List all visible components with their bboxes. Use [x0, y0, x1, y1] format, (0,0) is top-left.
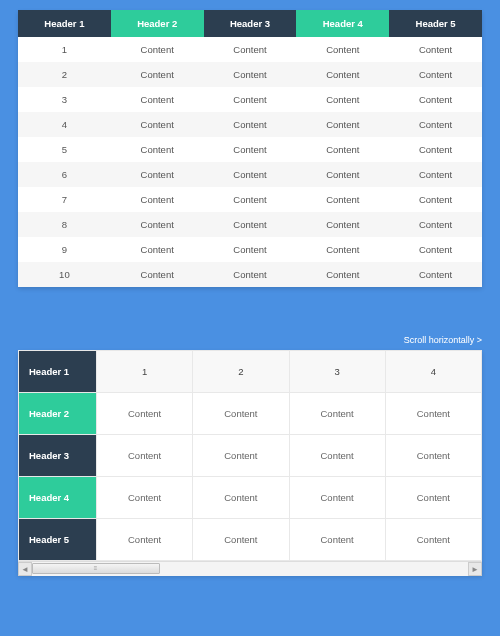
data-cell: Content	[111, 112, 204, 137]
data-cell: Content	[97, 435, 193, 477]
data-cell: Content	[389, 162, 482, 187]
data-cell: Content	[296, 162, 389, 187]
data-cell: Content	[111, 162, 204, 187]
data-cell: Content	[111, 137, 204, 162]
scroll-hint-label: Scroll horizontally >	[18, 335, 482, 345]
data-cell: Content	[389, 137, 482, 162]
column-number-cell: 4	[385, 351, 481, 393]
data-cell: Content	[193, 435, 289, 477]
vertical-table: Header 1Header 2Header 3Header 4Header 5…	[18, 10, 482, 287]
table-row: 3ContentContentContentContent	[18, 87, 482, 112]
data-cell: Content	[296, 237, 389, 262]
horizontal-table-card: Header 11234Header 2ContentContentConten…	[18, 350, 482, 575]
scroll-right-arrow[interactable]: ►	[468, 562, 482, 576]
data-cell: Content	[111, 87, 204, 112]
data-cell: Content	[296, 87, 389, 112]
table-row: 7ContentContentContentContent	[18, 187, 482, 212]
data-cell: Content	[111, 37, 204, 62]
data-cell: Content	[296, 262, 389, 287]
column-number-cell: 1	[97, 351, 193, 393]
table-row: 2ContentContentContentContent	[18, 62, 482, 87]
column-header: Header 3	[204, 10, 297, 37]
row-number-cell: 1	[18, 37, 111, 62]
table-row: Header 2ContentContentContentContent	[19, 393, 482, 435]
column-header: Header 1	[18, 10, 111, 37]
column-header: Header 4	[296, 10, 389, 37]
data-cell: Content	[204, 237, 297, 262]
data-cell: Content	[389, 112, 482, 137]
row-header: Header 1	[19, 351, 97, 393]
data-cell: Content	[296, 112, 389, 137]
horizontal-table: Header 11234Header 2ContentContentConten…	[18, 350, 482, 561]
data-cell: Content	[204, 112, 297, 137]
data-cell: Content	[296, 62, 389, 87]
table-row: 6ContentContentContentContent	[18, 162, 482, 187]
row-header: Header 5	[19, 519, 97, 561]
data-cell: Content	[193, 519, 289, 561]
table-row: Header 11234	[19, 351, 482, 393]
data-cell: Content	[111, 237, 204, 262]
row-number-cell: 5	[18, 137, 111, 162]
data-cell: Content	[389, 237, 482, 262]
row-number-cell: 3	[18, 87, 111, 112]
data-cell: Content	[204, 187, 297, 212]
data-cell: Content	[204, 262, 297, 287]
row-header: Header 3	[19, 435, 97, 477]
table-row: 8ContentContentContentContent	[18, 212, 482, 237]
data-cell: Content	[204, 137, 297, 162]
data-cell: Content	[296, 137, 389, 162]
data-cell: Content	[385, 435, 481, 477]
data-cell: Content	[289, 477, 385, 519]
data-cell: Content	[389, 87, 482, 112]
data-cell: Content	[204, 62, 297, 87]
data-cell: Content	[296, 187, 389, 212]
data-cell: Content	[389, 212, 482, 237]
data-cell: Content	[389, 37, 482, 62]
column-number-cell: 2	[193, 351, 289, 393]
data-cell: Content	[193, 393, 289, 435]
data-cell: Content	[111, 62, 204, 87]
data-cell: Content	[385, 393, 481, 435]
data-cell: Content	[97, 477, 193, 519]
row-number-cell: 6	[18, 162, 111, 187]
data-cell: Content	[204, 87, 297, 112]
data-cell: Content	[385, 519, 481, 561]
data-cell: Content	[289, 393, 385, 435]
data-cell: Content	[204, 212, 297, 237]
data-cell: Content	[289, 435, 385, 477]
vertical-table-card: Header 1Header 2Header 3Header 4Header 5…	[18, 10, 482, 287]
row-number-cell: 8	[18, 212, 111, 237]
data-cell: Content	[389, 62, 482, 87]
row-number-cell: 7	[18, 187, 111, 212]
row-number-cell: 2	[18, 62, 111, 87]
table-row: Header 5ContentContentContentContent	[19, 519, 482, 561]
scroll-left-arrow[interactable]: ◄	[18, 562, 32, 576]
data-cell: Content	[111, 212, 204, 237]
data-cell: Content	[111, 262, 204, 287]
data-cell: Content	[204, 37, 297, 62]
scroll-thumb[interactable]: ≡	[32, 563, 160, 574]
data-cell: Content	[97, 519, 193, 561]
data-cell: Content	[111, 187, 204, 212]
data-cell: Content	[389, 187, 482, 212]
table-row: 9ContentContentContentContent	[18, 237, 482, 262]
scroll-grip-icon: ≡	[94, 565, 99, 571]
column-header: Header 2	[111, 10, 204, 37]
table-row: 1ContentContentContentContent	[18, 37, 482, 62]
table-row: Header 3ContentContentContentContent	[19, 435, 482, 477]
row-number-cell: 9	[18, 237, 111, 262]
data-cell: Content	[289, 519, 385, 561]
table-row: 4ContentContentContentContent	[18, 112, 482, 137]
data-cell: Content	[296, 212, 389, 237]
data-cell: Content	[389, 262, 482, 287]
data-cell: Content	[385, 477, 481, 519]
table-row: 5ContentContentContentContent	[18, 137, 482, 162]
column-header: Header 5	[389, 10, 482, 37]
scroll-track[interactable]: ≡	[32, 562, 468, 576]
horizontal-scrollbar[interactable]: ◄ ≡ ►	[18, 561, 482, 575]
data-cell: Content	[97, 393, 193, 435]
data-cell: Content	[204, 162, 297, 187]
data-cell: Content	[193, 477, 289, 519]
data-cell: Content	[296, 37, 389, 62]
row-header: Header 4	[19, 477, 97, 519]
